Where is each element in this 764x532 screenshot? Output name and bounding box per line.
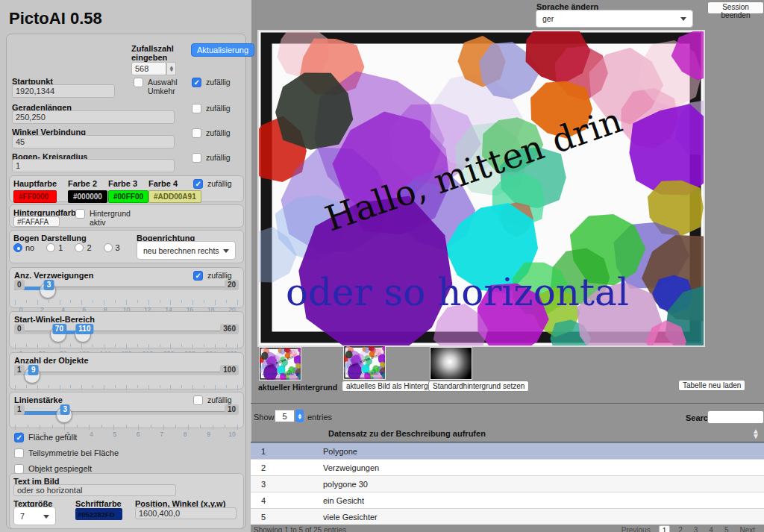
geradenlaengen-input[interactable]: [12, 110, 175, 124]
geradenlaengen-random-checkbox[interactable]: zufällig: [192, 104, 231, 113]
page-button-previous[interactable]: Previous: [619, 525, 654, 532]
table-row-4[interactable]: 4ein Gesicht: [251, 492, 764, 508]
radio-label: 2: [87, 243, 91, 252]
page-length-stepper[interactable]: ▲▼: [295, 410, 304, 422]
background-active-checkbox[interactable]: Hintergrund aktiv: [75, 209, 135, 227]
row-index: 3: [251, 480, 323, 489]
checkbox-label: zufällig: [207, 395, 232, 404]
current-background-label: aktueller Hintergrund: [258, 383, 337, 392]
end-session-button[interactable]: Session beenden: [707, 1, 764, 14]
slider-limit-badge: 1: [14, 404, 25, 415]
generated-artwork: Hallo, mitten drinoder so horizontal: [344, 346, 385, 379]
random-seed-field[interactable]: ▲▼: [131, 62, 176, 75]
page-button-4[interactable]: 4: [706, 525, 716, 532]
page-button-2[interactable]: 2: [675, 525, 686, 532]
toggle-label: Teilsymmetrie bei Fläche: [28, 448, 119, 457]
color-3-label: Farbe 3: [108, 179, 148, 188]
slider-label: Start-Winkel-Bereich: [14, 315, 95, 324]
slider-limit-badge: 100: [220, 365, 239, 375]
colors-random-checkbox[interactable]: zufällig: [193, 179, 232, 189]
startpunkt-input[interactable]: [12, 84, 115, 98]
page-length-control[interactable]: 5 ▲▼: [275, 410, 304, 422]
description-table: Datensatz zu der Beschreibung aufrufen ▲…: [251, 425, 764, 525]
page-length-value[interactable]: 5: [275, 410, 295, 422]
table-body: 1Polygone2Verzweigungen3polygone 304ein …: [251, 442, 764, 525]
image-text-input[interactable]: [13, 484, 176, 496]
color-3-swatch[interactable]: #00FF00: [108, 190, 148, 203]
radio-button[interactable]: [75, 243, 84, 252]
current-image-thumbnail[interactable]: Hallo, mitten drinoder so horizontal: [343, 345, 386, 380]
gradient-preview: [430, 348, 472, 379]
table-header[interactable]: Datensatz zu der Beschreibung aufrufen ▲…: [251, 425, 764, 442]
background-section: Hintergrundfarbe Hintergrund aktiv: [9, 204, 244, 228]
slider-value-badge: 70: [52, 324, 66, 334]
slider[interactable]: 020302468101214161820: [14, 280, 239, 313]
checkbox[interactable]: [14, 448, 24, 458]
radio-button[interactable]: [13, 243, 22, 252]
svg-text:oder so horizontal: oder so horizontal: [346, 371, 378, 375]
page-button-next[interactable]: Next: [736, 525, 758, 532]
generated-artwork: Hallo, mitten drinoder so horizontal: [260, 348, 301, 380]
default-background-thumbnail[interactable]: [430, 347, 472, 380]
arc-radio-2[interactable]: 2: [75, 243, 91, 252]
winkel-random-checkbox[interactable]: zufällig: [192, 128, 231, 138]
table-header-label: Datensatz zu der Beschreibung aufrufen: [251, 429, 486, 438]
seed-stepper[interactable]: ▲▼: [166, 62, 176, 75]
radio-label: 1: [58, 243, 63, 252]
branches-slider-section: Anz. Verzweigungenzufällig02030246810121…: [9, 267, 244, 308]
slider-label: Linienstärke: [14, 395, 63, 404]
radio-button[interactable]: [104, 243, 113, 252]
page-button-5[interactable]: 5: [721, 525, 732, 532]
table-row-2[interactable]: 2Verzweigungen: [251, 459, 764, 475]
page-button-3[interactable]: 3: [691, 525, 701, 532]
background-color-input[interactable]: [13, 216, 60, 227]
arc-direction-select[interactable]: neu berechnen rechts: [137, 241, 236, 260]
text-size-value: 7: [20, 512, 25, 521]
winkel-input[interactable]: [12, 135, 175, 148]
startpunkt-random-checkbox[interactable]: zufällig: [192, 78, 231, 87]
color-4-swatch[interactable]: #ADD00A91: [148, 190, 201, 203]
toggle-fl-che-gef-llt[interactable]: Fläche gefüllt: [14, 433, 77, 442]
table-row-1[interactable]: 1Polygone: [251, 442, 764, 459]
app-window: PictoAI 0.58 Sprache ändern ger Session …: [0, 0, 764, 532]
arc-section: Bogen Darstellung no123 Bogenrichtung ne…: [9, 230, 244, 263]
bogenradius-input[interactable]: [12, 159, 175, 172]
reload-table-button[interactable]: Tabelle neu laden: [678, 380, 745, 391]
color-2-swatch[interactable]: #000000: [68, 190, 107, 203]
slider-limit-badge: 0: [14, 280, 25, 290]
artwork-canvas[interactable]: Hallo, mitten drinoder so horizontal: [259, 31, 704, 345]
current-background-thumbnail[interactable]: Hallo, mitten drinoder so horizontal: [259, 347, 301, 381]
radio-button[interactable]: [46, 243, 55, 252]
pagination: Previous12345Next: [619, 525, 758, 532]
slider-track[interactable]: [15, 372, 238, 375]
arc-radio-group: no123: [13, 243, 120, 252]
text-position-input[interactable]: [135, 507, 237, 519]
slider-label: Anz. Verzweigungen: [14, 271, 93, 280]
table-row-5[interactable]: 5viele Gesichter: [251, 508, 764, 525]
language-select[interactable]: ger: [536, 10, 693, 28]
search-input[interactable]: [707, 410, 764, 424]
slider-label: Anzahl der Objekte: [14, 356, 89, 365]
svg-text:oder so horizontal: oder so horizontal: [262, 372, 294, 376]
color-1-column: Hauptfarbe#FF0000: [13, 179, 57, 203]
auswahl-umkehr-box[interactable]: [134, 78, 143, 87]
sort-icon[interactable]: ▲▼: [752, 428, 760, 439]
table-row-3[interactable]: 3polygone 30: [251, 475, 764, 492]
slider-limit-badge: 20: [225, 280, 239, 290]
random-seed-input[interactable]: [131, 62, 166, 75]
update-button[interactable]: Aktualisierung: [191, 43, 254, 57]
slider-track[interactable]: [15, 331, 238, 334]
auswahl-umkehr-checkbox[interactable]: Auswahl Umkehr: [134, 78, 186, 96]
slider-limit-badge: 360: [220, 324, 239, 334]
arc-radio-3[interactable]: 3: [104, 243, 120, 252]
font-color-swatch[interactable]: #052282FD: [75, 508, 122, 520]
toggle-teilsymmetrie-bei-fl-che[interactable]: Teilsymmetrie bei Fläche: [14, 448, 119, 458]
color-1-swatch[interactable]: #FF0000: [13, 190, 57, 203]
arc-radio-no[interactable]: no: [13, 243, 34, 252]
bogenradius-random-checkbox[interactable]: zufällig: [192, 153, 231, 163]
set-default-background-button[interactable]: Standardhintergrund setzen: [428, 381, 529, 392]
page-button-1[interactable]: 1: [659, 525, 671, 532]
text-size-select[interactable]: 7: [13, 507, 56, 525]
arc-radio-1[interactable]: 1: [46, 243, 63, 252]
checkbox[interactable]: [14, 433, 24, 442]
